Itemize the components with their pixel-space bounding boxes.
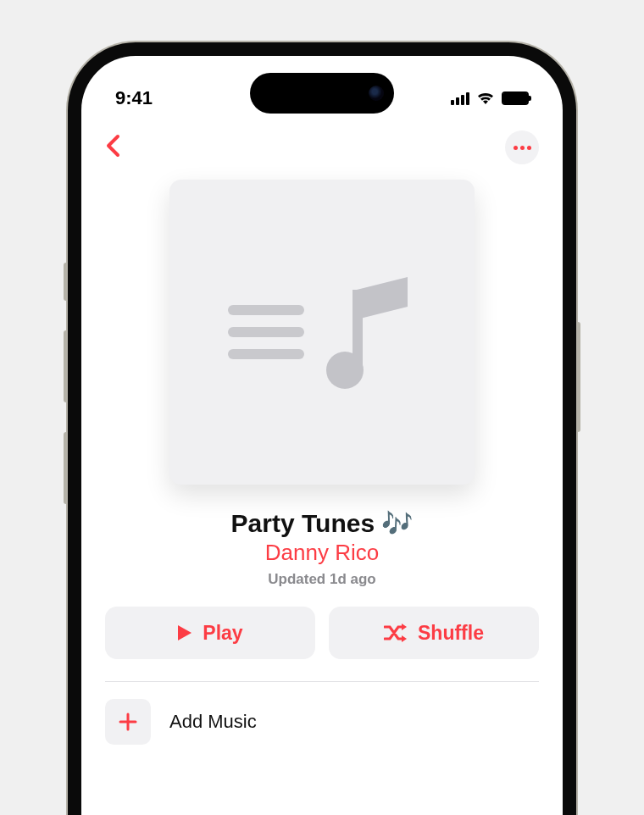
add-music-label: Add Music bbox=[169, 711, 257, 733]
battery-icon bbox=[502, 91, 529, 105]
svg-point-1 bbox=[326, 352, 364, 389]
side-buttons-left bbox=[64, 263, 68, 534]
phone-frame: 9:41 bbox=[68, 42, 576, 815]
play-icon bbox=[177, 624, 192, 641]
playlist-updated-label: Updated 1d ago bbox=[105, 571, 539, 588]
playlist-artwork bbox=[169, 180, 475, 485]
wifi-icon bbox=[476, 91, 495, 105]
play-label: Play bbox=[203, 622, 242, 645]
back-button[interactable] bbox=[105, 134, 120, 161]
ellipsis-icon bbox=[514, 146, 531, 150]
shuffle-icon bbox=[384, 624, 408, 642]
status-time: 9:41 bbox=[115, 87, 153, 109]
shuffle-button[interactable]: Shuffle bbox=[329, 607, 539, 659]
screen: 9:41 bbox=[81, 56, 563, 815]
shuffle-label: Shuffle bbox=[418, 622, 484, 645]
add-music-button[interactable]: Add Music bbox=[105, 682, 539, 745]
playlist-placeholder-icon bbox=[228, 273, 416, 391]
nav-bar bbox=[81, 124, 563, 171]
cellular-signal-icon bbox=[451, 92, 469, 105]
chevron-left-icon bbox=[105, 134, 120, 158]
side-buttons-right bbox=[576, 322, 580, 432]
playlist-author-link[interactable]: Danny Rico bbox=[105, 540, 539, 566]
playlist-title: Party Tunes 🎶 bbox=[105, 508, 539, 538]
playlist-header: Party Tunes 🎶 Danny Rico Updated 1d ago bbox=[105, 508, 539, 588]
front-camera bbox=[369, 86, 384, 101]
plus-icon bbox=[118, 712, 138, 732]
play-button[interactable]: Play bbox=[105, 607, 315, 659]
more-options-button[interactable] bbox=[505, 130, 539, 164]
dynamic-island bbox=[250, 73, 394, 114]
